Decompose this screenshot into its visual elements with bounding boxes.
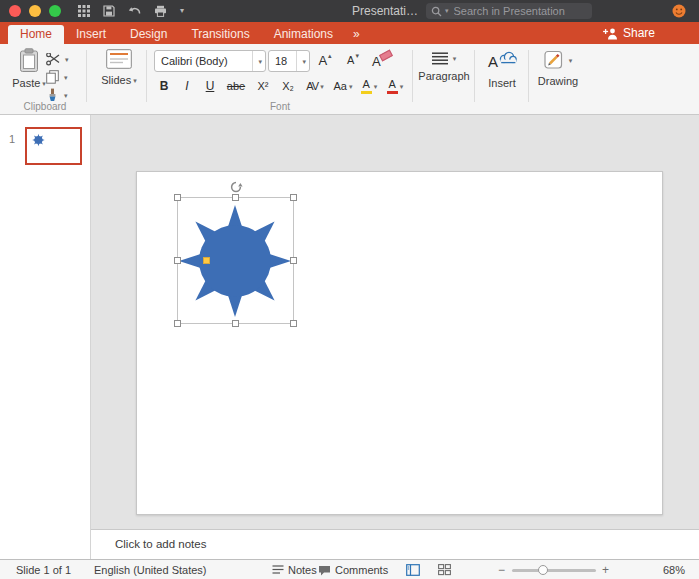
font-name-combo[interactable]: Calibri (Body) ▾	[154, 50, 266, 72]
strikethrough-button[interactable]: abe	[222, 76, 250, 96]
slide-sorter-view-button[interactable]	[438, 564, 451, 576]
slide-thumbnail-panel: 1	[0, 115, 91, 529]
underline-button[interactable]: U	[198, 76, 222, 96]
shrink-font-button[interactable]: A▾	[340, 50, 366, 70]
sun-shape[interactable]	[178, 198, 293, 323]
ribbon-separator	[474, 50, 475, 102]
undo-icon	[128, 6, 141, 17]
slide-thumbnail[interactable]	[25, 127, 82, 165]
subscript-button[interactable]: X₂	[276, 76, 300, 96]
shape-adjust-handle[interactable]	[203, 257, 210, 264]
rotate-handle[interactable]	[229, 180, 243, 198]
undo-button[interactable]	[128, 6, 141, 17]
ribbon-separator	[412, 50, 413, 102]
normal-view-button[interactable]	[406, 564, 420, 576]
slide-number: 1	[9, 133, 15, 145]
new-slide-button[interactable]: Slides▾	[92, 49, 146, 86]
minimize-button[interactable]	[29, 5, 41, 17]
font-color-bar	[387, 91, 398, 94]
resize-handle-s[interactable]	[232, 320, 239, 327]
toolbar-customize-chevron-icon[interactable]: ▾	[180, 7, 184, 15]
paragraph-button[interactable]: ▾ Paragraph	[416, 52, 472, 82]
tab-home[interactable]: Home	[8, 25, 64, 44]
clipboard-icon	[19, 48, 39, 73]
tab-animations[interactable]: Animations	[262, 25, 345, 44]
font-size-value: 18	[269, 55, 296, 67]
tab-design[interactable]: Design	[118, 25, 179, 44]
resize-handle-nw[interactable]	[174, 194, 181, 201]
notes-pane[interactable]: Click to add notes	[91, 529, 699, 559]
search-box[interactable]: ▾	[426, 3, 592, 19]
notes-row: Click to add notes	[0, 529, 699, 559]
zoom-percentage[interactable]: 68%	[663, 560, 685, 579]
format-painter-icon	[46, 88, 59, 102]
search-scope-chevron-icon[interactable]: ▾	[445, 7, 449, 15]
shape-selection-box[interactable]	[177, 197, 294, 324]
resize-handle-e[interactable]	[290, 257, 297, 264]
character-spacing-button[interactable]: AV▾	[300, 76, 330, 96]
apps-grid-icon[interactable]	[78, 5, 90, 17]
copy-button[interactable]: ▾	[46, 69, 68, 85]
statusbar: Slide 1 of 1 English (United States) Not…	[0, 559, 699, 579]
insert-button[interactable]: A Insert	[478, 50, 526, 89]
clear-formatting-button[interactable]: A	[368, 50, 394, 70]
notes-toggle-label: Notes	[288, 560, 317, 579]
resize-handle-se[interactable]	[290, 320, 297, 327]
comments-toggle-label: Comments	[335, 560, 388, 579]
font-name-dropdown-icon[interactable]: ▾	[252, 51, 265, 71]
paste-button[interactable]: Paste▾	[8, 48, 50, 89]
paragraph-dropdown-icon: ▾	[453, 55, 457, 62]
rotate-arrow-icon	[229, 180, 243, 194]
font-size-dropdown-icon[interactable]: ▾	[296, 51, 309, 71]
tab-transitions[interactable]: Transitions	[179, 25, 261, 44]
change-case-button[interactable]: Aa▾	[330, 76, 356, 96]
insert-label: Insert	[488, 77, 516, 89]
drawing-label: Drawing	[538, 75, 578, 87]
zoom-slider-track[interactable]	[512, 569, 596, 572]
italic-button[interactable]: I	[176, 76, 198, 96]
superscript-button[interactable]: X²	[250, 76, 276, 96]
font-color-button[interactable]: A ▾	[382, 76, 408, 96]
close-button[interactable]	[9, 5, 21, 17]
smiley-icon	[672, 4, 686, 18]
resize-handle-sw[interactable]	[174, 320, 181, 327]
slide-counter: Slide 1 of 1	[16, 560, 71, 579]
font-size-combo[interactable]: 18 ▾	[268, 50, 310, 72]
font-name-value: Calibri (Body)	[155, 55, 252, 67]
zoom-out-button[interactable]: −	[498, 560, 505, 579]
resize-handle-w[interactable]	[174, 257, 181, 264]
normal-view-icon	[406, 564, 420, 576]
grow-font-button[interactable]: A▴	[312, 50, 338, 70]
search-input[interactable]	[452, 4, 587, 18]
share-button[interactable]: Share	[603, 22, 655, 44]
paste-label: Paste	[12, 77, 40, 89]
print-button[interactable]	[154, 5, 167, 17]
comments-toggle-button[interactable]: Comments	[318, 560, 388, 579]
notes-toggle-button[interactable]: Notes	[272, 560, 317, 579]
change-case-letters: Aa	[334, 80, 347, 92]
copy-dropdown-icon: ▾	[64, 74, 68, 81]
drawing-pencil-icon	[544, 50, 564, 70]
titlebar: ▾ Presentati… ▾	[0, 0, 699, 22]
language-indicator[interactable]: English (United States)	[94, 560, 207, 579]
tab-overflow-chevron[interactable]: »	[353, 24, 360, 44]
fullscreen-button[interactable]	[49, 5, 61, 17]
shrink-arrow-icon: ▾	[355, 52, 359, 60]
grow-font-letter: A	[318, 54, 327, 67]
cut-button[interactable]: ▾	[46, 51, 69, 67]
insert-text-cloud-icon: A	[487, 50, 517, 72]
ribbon-tab-bar: Home Insert Design Transitions Animation…	[0, 22, 699, 44]
bold-button[interactable]: B	[152, 76, 176, 96]
drawing-button[interactable]: ▾ Drawing	[532, 50, 584, 87]
slide[interactable]	[136, 171, 663, 515]
slides-dropdown-icon: ▾	[133, 77, 137, 84]
zoom-slider-thumb[interactable]	[538, 565, 548, 575]
tab-insert[interactable]: Insert	[64, 25, 118, 44]
slide-icon	[106, 49, 132, 69]
notes-placeholder: Click to add notes	[115, 538, 206, 550]
save-button[interactable]	[103, 5, 115, 17]
feedback-smiley-button[interactable]	[672, 4, 686, 22]
resize-handle-ne[interactable]	[290, 194, 297, 201]
text-highlight-button[interactable]: A ▾	[356, 76, 382, 96]
zoom-in-button[interactable]: +	[602, 560, 609, 579]
